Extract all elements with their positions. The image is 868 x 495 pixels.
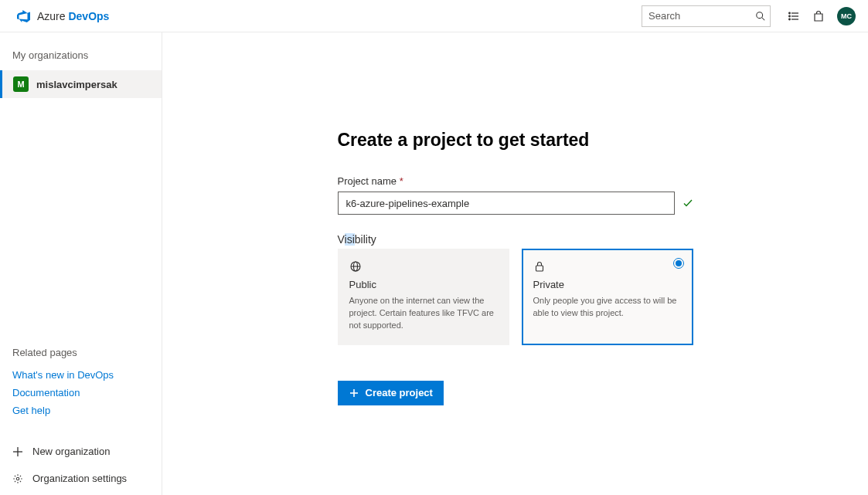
- search-icon: [755, 11, 766, 22]
- create-project-button[interactable]: Create project: [338, 381, 444, 405]
- related-pages-title: Related pages: [0, 347, 162, 366]
- lock-icon: [533, 260, 682, 273]
- public-title: Public: [349, 279, 498, 290]
- brand[interactable]: Azure DevOps: [17, 9, 109, 23]
- project-name-input[interactable]: [338, 192, 675, 215]
- visibility-option-private[interactable]: Private Only people you give access to w…: [522, 249, 693, 345]
- svg-point-10: [16, 477, 19, 480]
- gear-icon: [12, 473, 23, 484]
- organization-settings-button[interactable]: Organization settings: [0, 465, 162, 495]
- link-get-help[interactable]: Get help: [0, 402, 162, 419]
- svg-point-7: [789, 19, 791, 20]
- link-whats-new[interactable]: What's new in DevOps: [0, 366, 162, 384]
- shopping-bag-icon[interactable]: [806, 4, 831, 29]
- svg-point-6: [789, 15, 791, 17]
- private-desc: Only people you give access to will be a…: [533, 295, 682, 320]
- plus-icon: [349, 388, 359, 398]
- svg-point-0: [757, 12, 763, 18]
- create-project-label: Create project: [366, 387, 433, 398]
- svg-rect-14: [536, 266, 543, 271]
- visibility-option-public[interactable]: Public Anyone on the internet can view t…: [338, 249, 509, 345]
- organization-settings-label: Organization settings: [32, 473, 127, 484]
- main: Create a project to get started Project …: [162, 32, 868, 495]
- radio-selected-icon: [673, 258, 684, 269]
- header: Azure DevOps MC: [0, 0, 868, 32]
- private-title: Private: [533, 279, 682, 290]
- org-badge: M: [13, 76, 29, 92]
- org-name: mislavcimpersak: [36, 79, 117, 90]
- search-wrap: [642, 5, 771, 27]
- new-organization-button[interactable]: New organization: [0, 438, 162, 465]
- svg-line-1: [762, 17, 765, 20]
- plus-icon: [12, 446, 23, 457]
- sidebar: My organizations M mislavcimpersak Relat…: [0, 32, 162, 495]
- public-desc: Anyone on the internet can view the proj…: [349, 295, 498, 332]
- svg-point-5: [789, 12, 791, 14]
- search-input[interactable]: [642, 5, 771, 27]
- avatar[interactable]: MC: [837, 7, 856, 25]
- list-icon[interactable]: [781, 4, 806, 29]
- link-documentation[interactable]: Documentation: [0, 384, 162, 402]
- new-organization-label: New organization: [32, 446, 110, 457]
- check-icon: [682, 198, 693, 209]
- brand-text: Azure DevOps: [37, 10, 109, 22]
- azure-devops-logo-icon: [17, 9, 31, 23]
- page-title: Create a project to get started: [338, 130, 693, 151]
- visibility-label: Visibility: [338, 233, 693, 246]
- globe-icon: [349, 260, 498, 273]
- project-name-label: Project name *: [338, 175, 693, 187]
- sidebar-section-title: My organizations: [0, 49, 162, 70]
- sidebar-org-item[interactable]: M mislavcimpersak: [0, 70, 162, 98]
